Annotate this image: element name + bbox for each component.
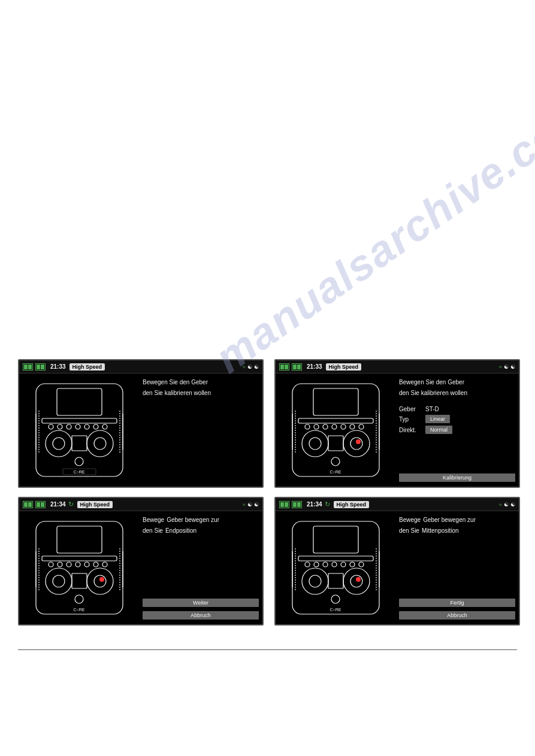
remote-svg-3: C○RE [24, 515, 135, 620]
battery-icon-1 [23, 363, 33, 371]
svg-text:C○RE: C○RE [73, 470, 84, 474]
svg-point-28 [332, 424, 337, 429]
battery-icon-7 [279, 501, 289, 508]
svg-point-11 [53, 438, 65, 450]
svg-point-3 [49, 424, 53, 429]
screenshot-2: 21:33 High Speed ≈ ☯ ☯ [274, 359, 520, 488]
typ-row: Typ Linear [399, 415, 515, 423]
info-text-2b: den Sie kalibrieren wollen [399, 389, 515, 397]
screenshot-1: 21:33 High Speed ≈ ☯ ☯ [18, 359, 264, 488]
overlay-text-3b: Endposition [165, 527, 197, 535]
battery-icon-6 [35, 501, 46, 508]
screen-body-1: C○RE Bewegen Sie den Geber den Sie kalib… [19, 374, 262, 487]
svg-rect-24 [298, 418, 373, 423]
svg-rect-46 [42, 556, 117, 561]
battery-icon-5 [23, 501, 33, 508]
svg-rect-67 [313, 526, 358, 553]
wifi-icons-2: ≈ ☯ ☯ [499, 364, 515, 370]
svg-point-78 [343, 568, 370, 594]
bat-cell [285, 502, 288, 507]
screenshots-grid: 21:33 High Speed ≈ ☯ ☯ [18, 359, 520, 626]
wifi-icon-2: ≈ [499, 364, 502, 370]
bat-cell [293, 502, 297, 507]
bat-cell [37, 502, 40, 507]
svg-point-73 [341, 562, 346, 567]
svg-point-49 [67, 562, 71, 567]
battery-icon-4 [292, 363, 302, 371]
svg-point-69 [305, 562, 310, 567]
svg-point-74 [350, 562, 355, 567]
svg-point-48 [58, 562, 62, 567]
high-speed-badge-4: High Speed [334, 501, 370, 508]
bat-cell [297, 365, 301, 369]
geber-label: Geber [399, 406, 423, 412]
svg-point-58 [99, 577, 104, 582]
wifi-icons-1: ≈ ☯ ☯ [243, 364, 259, 370]
bat-cell [24, 502, 28, 507]
signal-icon-8: ☯ [510, 502, 515, 508]
fertig-button[interactable]: Fertig [399, 599, 515, 607]
bat-cell [41, 502, 44, 507]
abbruch-button-4[interactable]: Abbruch [399, 611, 515, 620]
remote-svg-1: C○RE [24, 378, 135, 482]
signal-icon-1: ☯ [247, 364, 252, 370]
bat-cell [37, 365, 40, 369]
geber-value: ST-D [425, 406, 439, 412]
svg-point-30 [350, 424, 355, 429]
normal-button[interactable]: Normal [425, 426, 452, 434]
info-text-3a: Bewege [143, 516, 164, 524]
info-text-1b: den Sie kalibrieren wollen [143, 389, 259, 397]
abbruch-button-3[interactable]: Abbruch [143, 611, 259, 620]
wifi-icon-3: ≈ [243, 502, 246, 508]
battery-icon-2 [35, 363, 46, 371]
svg-point-26 [314, 424, 319, 429]
remote-area-3: C○RE [19, 511, 139, 624]
svg-point-25 [305, 424, 310, 429]
svg-rect-1 [57, 388, 102, 415]
svg-point-76 [302, 568, 328, 594]
linear-button[interactable]: Linear [425, 415, 450, 423]
weiter-button[interactable]: Weiter [143, 599, 259, 607]
screen-body-4: C○RE Bewege Geber bewegen zur den Sie [276, 511, 519, 624]
direkt-row: Direkt. Normal [399, 426, 515, 434]
info-text-1a: Bewegen Sie den Geber [143, 378, 259, 387]
kalibrierung-button[interactable]: Kalibrierung [399, 473, 515, 482]
signal-icon-7: ☯ [504, 502, 509, 508]
info-text-4b: den Sie [399, 527, 419, 535]
signal-icon-5: ☯ [247, 502, 252, 508]
svg-rect-68 [298, 556, 373, 561]
overlay-text-4b: Mittenposition [422, 527, 459, 535]
wifi-icons-3: ≈ ☯ ☯ [243, 502, 259, 508]
svg-point-57 [94, 575, 106, 587]
svg-point-82 [331, 595, 340, 603]
bat-cell [285, 365, 288, 369]
status-bar-3: 21:34 ↻ High Speed ≈ ☯ ☯ [19, 498, 262, 511]
svg-point-80 [356, 577, 361, 582]
svg-point-31 [359, 424, 364, 429]
signal-icon-3: ☯ [504, 364, 509, 370]
info-panel-3: Bewege Geber bewegen zur den Sie Endposi… [139, 511, 262, 624]
wifi-icon-4: ≈ [499, 502, 502, 508]
remote-area-2: C○RE [276, 374, 395, 487]
time-2: 21:33 [307, 363, 322, 370]
screen-body-2: C○RE Bewegen Sie den Geber den Sie kalib… [276, 374, 519, 487]
svg-point-70 [314, 562, 319, 567]
svg-point-9 [102, 424, 107, 429]
svg-point-8 [93, 424, 98, 429]
info-text-3b: den Sie [143, 527, 163, 535]
bat-cell [297, 502, 301, 507]
refresh-icon-4: ↻ [325, 500, 330, 508]
svg-point-29 [341, 424, 346, 429]
time-3: 21:34 [50, 501, 66, 508]
svg-point-33 [309, 438, 321, 450]
remote-svg-4: C○RE [280, 515, 391, 620]
high-speed-badge-3: High Speed [77, 501, 113, 508]
signal-icon-6: ☯ [254, 502, 259, 508]
svg-text:C○RE: C○RE [330, 470, 341, 474]
bat-cell [280, 365, 284, 369]
svg-point-34 [343, 430, 370, 457]
svg-point-72 [332, 562, 337, 567]
info-panel-4: Bewege Geber bewegen zur den Sie Mittenp… [395, 511, 519, 624]
status-bar-2: 21:33 High Speed ≈ ☯ ☯ [276, 360, 519, 374]
info-panel-2: Bewegen Sie den Geber den Sie kalibriere… [395, 374, 519, 487]
